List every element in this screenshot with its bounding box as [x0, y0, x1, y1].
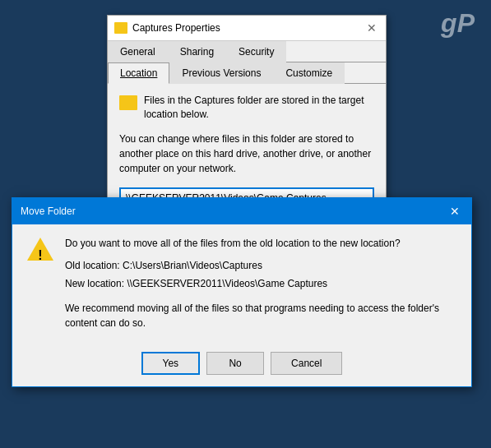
move-cancel-button[interactable]: Cancel: [271, 352, 342, 375]
info-folder-icon: [119, 95, 137, 110]
watermark: gP: [441, 8, 475, 39]
move-dialog-content: ! Do you want to move all of the files f…: [12, 224, 471, 344]
captures-dialog-title: Captures Properties: [132, 22, 220, 34]
old-location-value: C:\Users\Brian\Videos\Captures: [123, 260, 262, 271]
captures-title-left: Captures Properties: [114, 22, 220, 34]
tab-security[interactable]: Security: [226, 41, 286, 62]
move-text-area: Do you want to move all of the files fro…: [65, 238, 456, 330]
tab-general[interactable]: General: [108, 41, 168, 62]
info-box: Files in the Captures folder are stored …: [119, 94, 374, 122]
info-text: Files in the Captures folder are stored …: [144, 94, 374, 122]
tab-row-2: Location Previous Versions Customize: [108, 62, 386, 84]
move-question: Do you want to move all of the files fro…: [65, 238, 456, 249]
move-dialog-titlebar: Move Folder ✕: [12, 198, 471, 224]
new-location-label: New location:: [65, 278, 124, 289]
move-locations: Old location: C:\Users\Brian\Videos\Capt…: [65, 257, 456, 293]
new-location-value: \\GEEKSERVER2011\Videos\Game Captures: [127, 278, 327, 289]
old-location-label: Old location:: [65, 260, 120, 271]
captures-close-button[interactable]: ✕: [364, 21, 379, 35]
warning-exclaim-icon: !: [38, 249, 42, 262]
description-text: You can change where files in this folde…: [119, 132, 374, 176]
tab-sharing[interactable]: Sharing: [168, 41, 226, 62]
move-close-button[interactable]: ✕: [447, 203, 463, 219]
warning-icon: !: [27, 238, 53, 264]
move-recommendation: We recommend moving all of the files so …: [65, 301, 456, 330]
captures-dialog-titlebar: Captures Properties ✕: [108, 16, 386, 41]
move-folder-dialog: Move Folder ✕ ! Do you want to move all …: [12, 197, 472, 387]
tab-customize[interactable]: Customize: [273, 62, 345, 84]
move-dialog-buttons: Yes No Cancel: [12, 344, 471, 386]
tab-previous-versions[interactable]: Previous Versions: [169, 62, 273, 84]
folder-icon: [114, 22, 127, 34]
yes-button[interactable]: Yes: [141, 352, 201, 375]
move-dialog-title: Move Folder: [21, 206, 76, 217]
tab-location[interactable]: Location: [108, 62, 169, 84]
tab-row-1: General Sharing Security: [108, 41, 386, 62]
no-button[interactable]: No: [206, 352, 264, 375]
